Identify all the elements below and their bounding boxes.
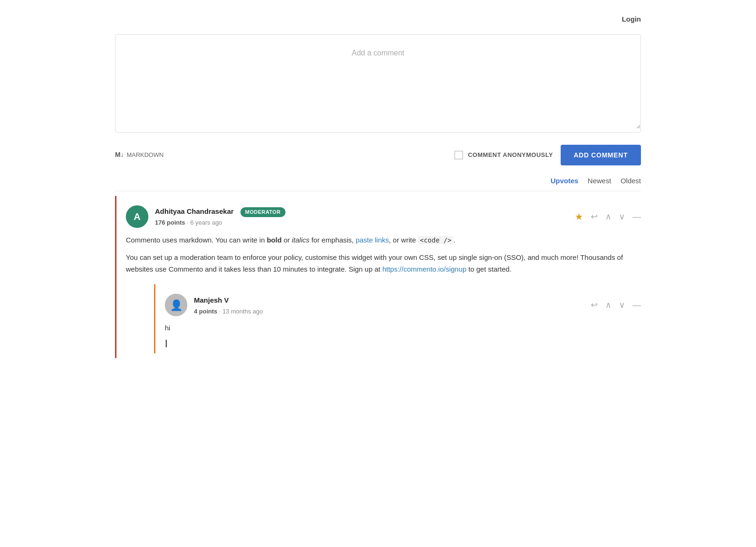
sort-oldest[interactable]: Oldest	[621, 176, 641, 187]
anonymous-label[interactable]: COMMENT ANONYMOUSLY	[455, 150, 553, 160]
signup-link[interactable]: https://commento.io/signup	[382, 265, 466, 273]
reply-downvote-button[interactable]: ∨	[619, 301, 625, 309]
sort-newest[interactable]: Newest	[588, 176, 611, 187]
reply-name-line: Manjesh V	[194, 295, 263, 306]
comment-header-left: A Adhityaa Chandrasekar MODERATOR 176 po…	[126, 205, 285, 228]
anonymous-text: COMMENT ANONYMOUSLY	[468, 150, 553, 160]
reply-user-meta: 4 points · 13 months ago	[194, 307, 263, 316]
paste-links-link[interactable]: paste links	[355, 236, 389, 244]
comment-paragraph-2: You can set up a moderation team to enfo…	[126, 252, 641, 275]
reply-user-info: Manjesh V 4 points · 13 months ago	[194, 295, 263, 316]
user-meta: 176 points · 6 years ago	[155, 218, 285, 227]
avatar: A	[126, 205, 148, 228]
avatar-letter: A	[134, 210, 140, 224]
login-link[interactable]: Login	[622, 14, 641, 25]
anonymous-checkbox[interactable]	[455, 151, 463, 159]
comment-actions: ★ ↩ ∧ ∨ —	[575, 210, 641, 224]
comment-item: A Adhityaa Chandrasekar MODERATOR 176 po…	[115, 196, 641, 358]
downvote-button[interactable]: ∨	[619, 212, 625, 221]
reply-upvote-button[interactable]: ∧	[605, 301, 611, 309]
moderator-badge: MODERATOR	[240, 207, 285, 217]
reply-body: hi	[165, 323, 641, 334]
comments-section: A Adhityaa Chandrasekar MODERATOR 176 po…	[115, 196, 641, 358]
markdown-label: M↓ MARKDOWN	[115, 150, 163, 160]
comment-paragraph-1: Commento uses markdown. You can write in…	[126, 234, 641, 246]
reply-more-button[interactable]: —	[633, 301, 641, 309]
author-name: Adhityaa Chandrasekar	[155, 207, 234, 215]
star-button[interactable]: ★	[575, 210, 583, 224]
reply-item: 👤 Manjesh V 4 points · 13 months ago	[154, 284, 641, 353]
reply-author-name: Manjesh V	[194, 296, 229, 304]
reply-cursor-line	[165, 337, 641, 349]
reply-time-ago: 13 months ago	[223, 308, 263, 315]
page-wrapper: Login M↓ MARKDOWN COMMENT ANONYMOUSLY AD…	[96, 0, 660, 367]
markdown-icon: M↓	[115, 150, 124, 160]
reply-button[interactable]: ↩	[591, 212, 598, 221]
reply-meta-separator: ·	[219, 308, 222, 315]
reply-user-points: 4 points	[194, 308, 217, 315]
reply-header: 👤 Manjesh V 4 points · 13 months ago	[165, 294, 641, 316]
reply-avatar-icon: 👤	[170, 297, 183, 313]
comment-toolbar: M↓ MARKDOWN COMMENT ANONYMOUSLY ADD COMM…	[115, 140, 641, 170]
comment-header: A Adhityaa Chandrasekar MODERATOR 176 po…	[126, 205, 641, 228]
comment-box-container	[115, 34, 641, 133]
sort-upvotes[interactable]: Upvotes	[550, 176, 578, 187]
comment-textarea[interactable]	[116, 35, 640, 129]
user-name-line: Adhityaa Chandrasekar MODERATOR	[155, 206, 285, 217]
reply-avatar: 👤	[165, 294, 187, 316]
reply-header-left: 👤 Manjesh V 4 points · 13 months ago	[165, 294, 263, 316]
reply-reply-button[interactable]: ↩	[591, 301, 598, 309]
markdown-text: MARKDOWN	[127, 150, 164, 160]
reply-actions: ↩ ∧ ∨ —	[591, 301, 641, 309]
toolbar-right: COMMENT ANONYMOUSLY ADD COMMENT	[455, 145, 641, 165]
add-comment-button[interactable]: ADD COMMENT	[561, 145, 641, 165]
user-info: Adhityaa Chandrasekar MODERATOR 176 poin…	[155, 206, 285, 227]
user-points: 176 points	[155, 219, 185, 226]
upvote-button[interactable]: ∧	[605, 212, 611, 221]
time-ago: 6 years ago	[190, 219, 222, 226]
header-bar: Login	[115, 9, 641, 34]
more-button[interactable]: —	[633, 212, 641, 221]
sort-bar: Upvotes Newest Oldest	[115, 170, 641, 192]
comment-body: Commento uses markdown. You can write in…	[126, 234, 641, 275]
